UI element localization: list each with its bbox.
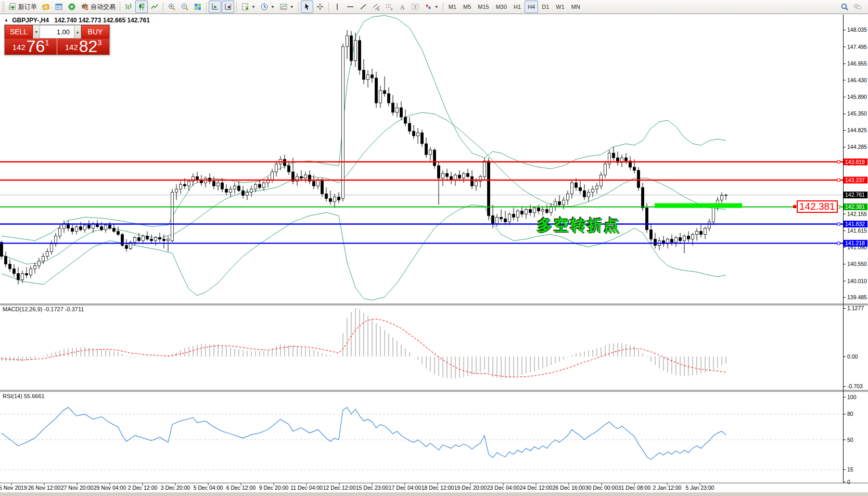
window-bottom-strip <box>0 492 868 496</box>
candle-chart-button[interactable] <box>135 1 148 13</box>
profile-button[interactable] <box>40 1 52 13</box>
macd-label: MACD(12,26,9) -0.1727 -0.3711 <box>3 306 84 312</box>
vertical-line-button[interactable] <box>331 1 343 13</box>
zoom-in-button[interactable] <box>165 1 178 13</box>
time-tick-label: 17 Dec 04:00 <box>389 485 422 491</box>
periods-button[interactable]: ▼ <box>258 1 277 13</box>
new-order-icon <box>8 3 17 11</box>
cursor-icon <box>303 3 311 11</box>
indicators-button[interactable]: ▼ <box>239 1 258 13</box>
sell-price-button[interactable]: 142 76 1 <box>5 39 57 55</box>
chart-canvas[interactable]: 148.035147.495146.955146.430145.890145.3… <box>0 14 868 496</box>
timeframe-m15[interactable]: M15 <box>475 1 492 13</box>
timeframe-m30[interactable]: M30 <box>493 1 510 13</box>
arrows-button[interactable]: ▼ <box>422 1 441 13</box>
symbol-label: GBPJPY-,H4 <box>12 17 49 24</box>
horizontal-line-icon <box>346 3 354 11</box>
trendline-button[interactable] <box>357 1 369 13</box>
autoscroll-button[interactable] <box>209 1 221 13</box>
price-tick-label: 145.890 <box>847 94 867 100</box>
search-button[interactable] <box>838 1 851 13</box>
rsi-pane: 1008050150 <box>0 394 857 485</box>
chat-button[interactable] <box>851 1 864 13</box>
chevron-down-icon: ▼ <box>435 5 439 9</box>
rsi-scale-label: 100 <box>847 394 857 400</box>
price-tick-label: 140.550 <box>847 261 867 267</box>
collapse-triangle-icon[interactable]: ▲ <box>4 18 8 22</box>
toolbar-separator <box>328 2 329 11</box>
tile-windows-button[interactable] <box>192 1 204 13</box>
time-tick-label: 25 Nov 2019 <box>0 485 27 491</box>
new-order-button[interactable]: 新订单 <box>6 1 39 13</box>
macd-scale-label: -0.703 <box>847 383 863 389</box>
timeframe-m5[interactable]: M5 <box>460 1 474 13</box>
timeframe-h1[interactable]: H1 <box>510 1 524 13</box>
price-tick-label: 142.155 <box>847 211 867 217</box>
main-pane <box>0 16 843 300</box>
line-chart-button[interactable] <box>148 1 161 13</box>
timeframe-m1[interactable]: M1 <box>445 1 459 13</box>
price-level-label[interactable]: 142.381 <box>797 200 838 213</box>
svg-text:A: A <box>400 4 404 11</box>
channel-button[interactable]: E <box>370 1 382 13</box>
text-icon: A <box>398 3 406 11</box>
svg-text:F: F <box>391 8 393 11</box>
autotrade-button[interactable]: 自动交易 <box>79 1 118 13</box>
timeframe-mn[interactable]: MN <box>568 1 583 13</box>
zoom-in-icon <box>168 3 176 11</box>
periods-icon <box>260 3 269 11</box>
time-tick-label: 18 Dec 12:00 <box>422 485 454 491</box>
time-tick-label: 5 Jan 23:00 <box>686 485 714 491</box>
timeframe-d1[interactable]: D1 <box>539 1 552 13</box>
market-watch-button[interactable] <box>53 1 65 13</box>
time-tick-label: 24 Dec 12:00 <box>520 485 553 491</box>
timeframe-w1[interactable]: W1 <box>553 1 568 13</box>
arrows-icon <box>424 3 432 11</box>
search-icon <box>840 3 849 11</box>
price-badge-label: 143.819 <box>845 159 865 165</box>
toolbar-grip[interactable] <box>2 2 5 11</box>
chart-annotation-text[interactable]: 多空转折点 <box>537 215 620 236</box>
trade-panel-prices: 142 76 1 142 82 3 <box>5 39 109 55</box>
buy-price-button[interactable]: 142 82 3 <box>57 39 109 55</box>
time-tick-label: 9 Dec 20:00 <box>259 485 289 491</box>
svg-text:E: E <box>377 8 379 11</box>
candle-chart-icon <box>137 3 146 11</box>
autotrade-label: 自动交易 <box>91 3 116 11</box>
volume-input[interactable]: 1.00 <box>40 25 74 39</box>
toolbar-separator <box>236 2 237 11</box>
buy-price-prefix: 142 <box>65 41 78 54</box>
price-badge-label: 141.218 <box>845 240 865 246</box>
time-tick-label: 15 Dec 23:00 <box>356 485 389 491</box>
navigator-button[interactable] <box>66 1 78 13</box>
price-level-handle[interactable] <box>793 205 796 208</box>
time-tick-label: 11 Dec 04:00 <box>290 485 323 491</box>
text-label-button[interactable]: T <box>409 1 422 13</box>
time-tick-label: 30 Dec 00:00 <box>585 485 618 491</box>
price-tick-label: 144.285 <box>847 144 867 150</box>
indicators-icon <box>241 3 249 11</box>
rsi-label: RSI(14) 55.6661 <box>3 393 45 399</box>
crosshair-button[interactable] <box>314 1 326 13</box>
rsi-scale-label: 50 <box>847 437 853 443</box>
one-click-trading-panel: SELL ▼ 1.00 ▲ BUY 142 76 1 142 82 3 <box>4 24 110 55</box>
templates-button[interactable]: ▼ <box>277 1 296 13</box>
green-highlight-segment[interactable] <box>655 203 742 208</box>
channel-icon: E <box>372 3 380 11</box>
trendline-icon <box>359 3 367 11</box>
bar-chart-button[interactable] <box>122 1 135 13</box>
rsi-scale-label: 15 <box>847 466 853 473</box>
chart-shift-button[interactable] <box>222 1 234 13</box>
market-watch-icon <box>55 3 63 11</box>
horizontal-line-button[interactable] <box>344 1 356 13</box>
timeframe-h4[interactable]: H4 <box>525 1 538 13</box>
candlesticks <box>1 30 727 285</box>
cursor-button[interactable] <box>301 1 313 13</box>
fibonacci-button[interactable]: F <box>383 1 395 13</box>
toolbar-separator <box>298 2 299 11</box>
rsi-line <box>2 408 726 460</box>
zoom-out-button[interactable] <box>178 1 191 13</box>
time-axis[interactable]: 25 Nov 201926 Nov 12:0027 Nov 20:0029 No… <box>0 483 714 491</box>
text-button[interactable]: A <box>396 1 409 13</box>
tile-windows-icon <box>194 3 202 11</box>
